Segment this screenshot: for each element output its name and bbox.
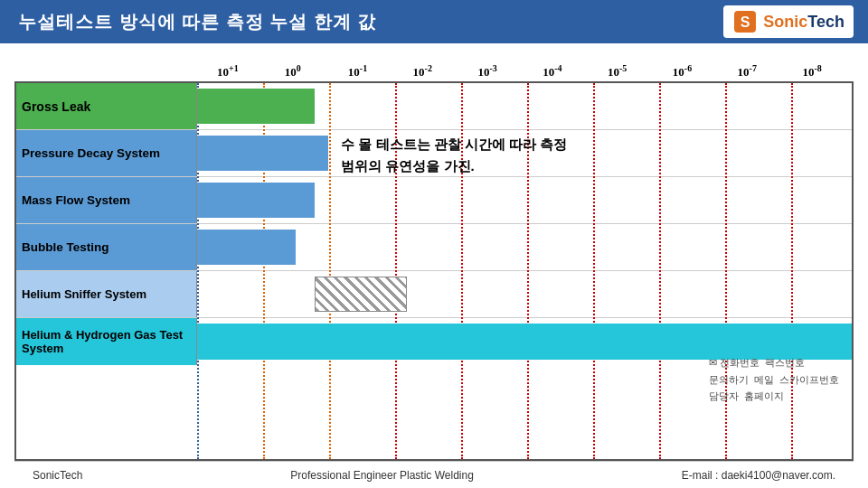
logo-icon: S	[732, 9, 758, 34]
axis-labels: 10+1 100 10-1 10-2 10-3 10-4 10-5 10-6 1…	[14, 52, 854, 80]
axis-label-0: 10+1	[195, 63, 260, 80]
row-bubble-testing: Bubble Testing	[16, 224, 852, 271]
axis-label-9: 10-8	[779, 63, 844, 80]
logo: S SonicTech	[723, 5, 854, 38]
label-bubble-testing: Bubble Testing	[16, 224, 197, 270]
bar-gross-leak	[197, 89, 315, 124]
axis-label-7: 10-6	[650, 63, 715, 80]
row-helium-sniffer: Helium Sniffer System	[16, 271, 852, 318]
axis-label-6: 10-5	[585, 63, 650, 80]
bar-helium-sniffer	[315, 277, 406, 312]
row-gross-leak: Gross Leak	[16, 83, 852, 130]
bar-bubble-testing	[197, 230, 296, 265]
chart-area: Gross Leak Pressure Decay System 수 몰 테스트…	[14, 81, 854, 461]
page-title: 누설테스트 방식에 따른 측정 누설 한계 값	[18, 10, 376, 34]
main-content: 10+1 100 10-1 10-2 10-3 10-4 10-5 10-6 1…	[0, 43, 868, 488]
bar-mass-flow	[197, 183, 315, 218]
label-mass-flow: Mass Flow System	[16, 177, 197, 223]
bar-area-gross-leak	[197, 83, 852, 129]
logo-text: SonicTech	[763, 13, 844, 32]
footer: SonicTech Professional Engineer Plastic …	[14, 461, 854, 488]
bar-area-helium-sniffer	[197, 271, 852, 317]
contact-info: ✉ 전화번호 팩스번호 문의하기 메일 스카이프번호 담당자 홈페이지	[709, 354, 839, 405]
bar-pressure-decay	[197, 136, 328, 171]
axis-label-5: 10-4	[520, 63, 585, 80]
footer-center: Professional Engineer Plastic Welding	[290, 469, 474, 482]
label-gross-leak: Gross Leak	[16, 83, 197, 129]
bar-area-bubble-testing	[197, 224, 852, 270]
axis-label-8: 10-7	[714, 63, 779, 80]
axis-label-1: 100	[260, 63, 326, 80]
label-pressure-decay: Pressure Decay System	[16, 130, 197, 176]
row-mass-flow: Mass Flow System	[16, 177, 852, 224]
header: 누설테스트 방식에 따른 측정 누설 한계 값 S SonicTech	[0, 0, 868, 43]
bar-area-pressure-decay: 수 몰 테스트는 관찰 시간에 따라 측정 범위의 유연성을 가진.	[197, 130, 852, 176]
label-helium-sniffer: Helium Sniffer System	[16, 271, 197, 317]
row-pressure-decay: Pressure Decay System 수 몰 테스트는 관찰 시간에 따라…	[16, 130, 852, 177]
bar-area-mass-flow	[197, 177, 852, 223]
chart-annotation-text: 수 몰 테스트는 관찰 시간에 따라 측정 범위의 유연성을 가진.	[341, 134, 567, 177]
axis-label-4: 10-3	[455, 63, 520, 80]
footer-left: SonicTech	[33, 469, 82, 482]
footer-right: E-mail : daeki4100@naver.com.	[682, 469, 835, 482]
axis-label-2: 10-1	[326, 63, 391, 80]
svg-text:S: S	[741, 14, 750, 30]
axis-label-3: 10-2	[390, 63, 455, 80]
label-helium-hydrogen: Helium & Hydrogen Gas Test System	[16, 318, 197, 365]
